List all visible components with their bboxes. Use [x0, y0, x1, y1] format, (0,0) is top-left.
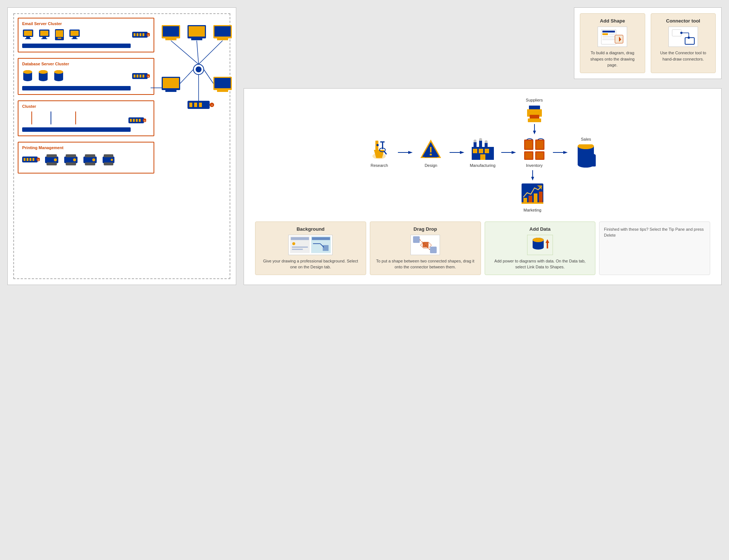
- svg-point-169: [591, 154, 596, 157]
- svg-rect-65: [85, 162, 95, 165]
- svg-rect-175: [529, 196, 532, 202]
- design-item: Design: [415, 138, 448, 168]
- svg-rect-125: [380, 141, 385, 142]
- marketing-label: Marketing: [523, 208, 541, 212]
- svg-marker-120: [533, 131, 536, 134]
- database-server-cluster[interactable]: Database Server Cluster ✕: [18, 58, 154, 95]
- svg-point-148: [485, 140, 488, 143]
- background-tip-title: Background: [296, 226, 324, 232]
- svg-point-124: [376, 144, 379, 146]
- drag-drop-tip-desc: To put a shape between two connected sha…: [375, 258, 476, 270]
- svg-marker-137: [460, 151, 464, 154]
- email-network-bar: [22, 44, 131, 48]
- svg-rect-104: [609, 33, 615, 35]
- svg-text:✕: ✕: [211, 104, 213, 106]
- add-shape-icon-box: [598, 27, 627, 47]
- connector-tool-desc: Use the Connector tool to hand-draw conn…: [657, 50, 710, 62]
- svg-rect-141: [485, 149, 489, 153]
- svg-point-196: [533, 245, 544, 250]
- svg-marker-130: [408, 151, 413, 154]
- svg-line-92: [204, 69, 213, 83]
- database-server-icons: ✕: [22, 69, 150, 83]
- cluster-title: Cluster: [22, 104, 150, 109]
- svg-rect-156: [525, 152, 532, 159]
- research-item: Research: [363, 138, 396, 168]
- svg-text:✕: ✕: [147, 34, 149, 37]
- svg-rect-95: [194, 103, 197, 107]
- svg-rect-188: [323, 245, 329, 251]
- svg-rect-86: [163, 78, 179, 88]
- svg-marker-171: [531, 177, 534, 181]
- email-server-title: Email Server Cluster: [22, 21, 150, 26]
- right-section: Add Shape To build a dia: [244, 7, 722, 285]
- manufacturing-label: Manufacturing: [470, 163, 496, 168]
- svg-rect-73: [165, 38, 176, 40]
- svg-line-91: [180, 69, 193, 83]
- svg-rect-14: [72, 38, 78, 39]
- add-shape-desc: To build a diagram, drag shapes onto the…: [586, 50, 639, 68]
- svg-point-32: [54, 78, 63, 81]
- svg-rect-36: [137, 75, 138, 78]
- drag-drop-tip-icon: [410, 235, 440, 255]
- svg-rect-183: [292, 249, 303, 250]
- svg-rect-12: [71, 31, 79, 36]
- svg-line-82: [171, 41, 199, 64]
- svg-rect-60: [66, 154, 76, 157]
- printing-cluster[interactable]: Printing Management ✕: [18, 142, 154, 174]
- svg-rect-143: [474, 142, 477, 147]
- background-tip: Background: [255, 221, 366, 275]
- svg-rect-182: [292, 247, 308, 248]
- svg-rect-96: [199, 103, 202, 107]
- svg-rect-75: [189, 26, 205, 37]
- svg-rect-51: [30, 158, 31, 161]
- svg-rect-106: [602, 38, 615, 40]
- svg-marker-198: [546, 239, 549, 243]
- svg-rect-56: [47, 154, 57, 157]
- svg-rect-118: [528, 118, 541, 122]
- cluster-icons: ✕: [22, 111, 150, 124]
- svg-rect-185: [312, 237, 330, 240]
- svg-rect-72: [163, 26, 179, 37]
- cluster-network-bar: [22, 127, 131, 132]
- svg-text:✕: ✕: [144, 120, 146, 122]
- svg-rect-2: [26, 37, 30, 38]
- finished-tip: Finished with these tips? Select the Tip…: [599, 221, 710, 275]
- add-data-tip: Add Data Add power to: [485, 221, 596, 275]
- svg-rect-139: [473, 149, 477, 153]
- svg-point-81: [196, 66, 202, 72]
- svg-rect-176: [534, 193, 537, 202]
- svg-rect-103: [602, 33, 608, 35]
- connector-tool-icon-box: [668, 27, 698, 47]
- svg-rect-42: [130, 119, 132, 122]
- bottom-tips-row: Background: [255, 221, 710, 275]
- svg-rect-189: [413, 236, 420, 243]
- svg-rect-142: [480, 154, 485, 160]
- printing-icons: ✕: [22, 153, 150, 166]
- research-label: Research: [371, 163, 388, 168]
- svg-rect-50: [27, 158, 28, 161]
- email-server-cluster[interactable]: Email Server Cluster: [18, 18, 154, 52]
- svg-rect-69: [104, 162, 113, 165]
- svg-marker-150: [512, 151, 516, 154]
- svg-line-83: [197, 41, 199, 64]
- svg-rect-64: [85, 154, 95, 157]
- svg-rect-177: [539, 192, 543, 202]
- main-canvas: Email Server Cluster: [7, 7, 722, 285]
- svg-rect-17: [137, 33, 138, 36]
- svg-rect-135: [424, 155, 437, 157]
- email-server-icons: ✕: [22, 29, 150, 41]
- svg-point-147: [479, 138, 482, 141]
- svg-rect-38: [142, 75, 144, 78]
- svg-rect-199: [547, 243, 548, 248]
- svg-point-181: [292, 242, 295, 245]
- svg-rect-144: [479, 141, 482, 147]
- svg-rect-168: [591, 155, 596, 166]
- svg-rect-89: [214, 78, 231, 88]
- svg-point-33: [54, 70, 63, 74]
- cluster-box[interactable]: Cluster ✕: [18, 100, 154, 136]
- background-tip-desc: Give your drawing a professional backgro…: [260, 258, 361, 270]
- svg-rect-57: [47, 162, 57, 165]
- svg-rect-90: [217, 90, 228, 92]
- svg-rect-6: [42, 37, 46, 38]
- finished-tip-desc: Finished with these tips? Select the Tip…: [604, 226, 705, 238]
